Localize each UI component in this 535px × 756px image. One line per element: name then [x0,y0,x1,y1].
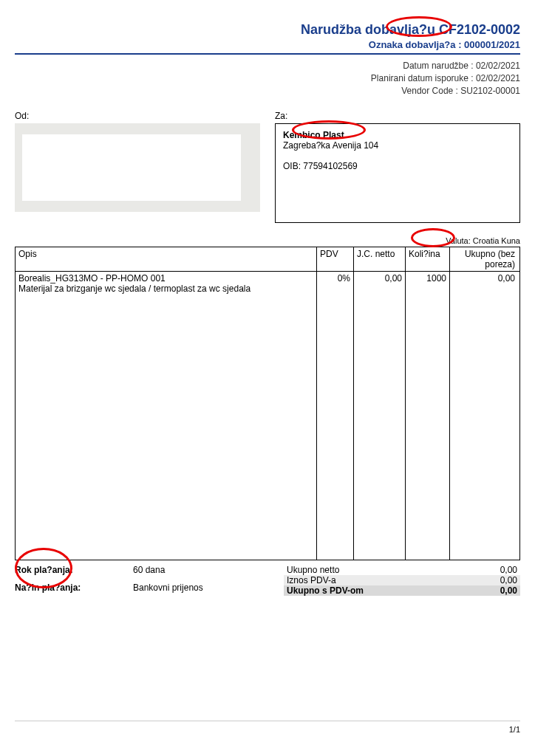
to-party: Za: Kembico Plast Zagreba?ka Avenija 104… [275,111,520,223]
footer-rule [15,721,520,721]
total-vat-value: 0,00 [500,575,517,585]
to-name: Kembico Plast [283,130,512,140]
item-description: Borealis_HG313MO - PP-HOMO 001 Materijal… [16,272,316,560]
page-number: 1/1 [15,725,520,734]
from-box [15,123,260,212]
payment-deadline-value: 60 dana [133,565,165,575]
th-quantity: Koli?ina [405,247,449,271]
from-party: Od: [15,111,260,223]
page-footer: 1/1 [15,721,520,734]
total-gross-value: 0,00 [500,585,517,596]
total-gross-label: Ukupno s PDV-om [287,585,364,596]
from-redacted [22,134,241,201]
order-date: Datum narudžbe : 02/02/2021 [15,61,520,71]
payment-terms: Rok pla?anja: 60 dana Na?in pla?anja: Ba… [15,565,284,600]
header-rule [15,53,520,55]
th-vat: PDV [316,247,353,271]
total-gross-row: Ukupno s PDV-om 0,00 [284,585,520,596]
item-total: 0,00 [449,272,519,560]
bottom-row: Rok pla?anja: 60 dana Na?in pla?anja: Ba… [15,565,520,600]
item-vat: 0% [316,272,353,560]
item-line1: Borealis_HG313MO - PP-HOMO 001 [18,273,313,284]
totals-block: Ukupno netto 0,00 Iznos PDV-a 0,00 Ukupn… [284,565,520,600]
from-label: Od: [15,111,260,121]
th-description: Opis [16,247,316,271]
item-quantity: 1000 [405,272,449,560]
total-net-label: Ukupno netto [287,565,339,575]
payment-method-label: Na?in pla?anja: [15,583,133,593]
parties-row: Od: Za: Kembico Plast Zagreba?ka Avenija… [15,111,520,223]
vendor-code: Vendor Code : SU2102-00001 [15,86,520,96]
total-vat-label: Iznos PDV-a [287,575,336,585]
th-total: Ukupno (bez poreza) [449,247,519,271]
payment-deadline-label: Rok pla?anja: [15,565,133,575]
th-unit-price: J.C. netto [353,247,405,271]
to-label: Za: [275,111,520,121]
table-body: Borealis_HG313MO - PP-HOMO 001 Materijal… [16,272,519,560]
total-net-value: 0,00 [500,565,517,575]
vendor-ref: Oznaka dobavlja?a : 000001/2021 [15,39,520,50]
item-unit-price: 0,00 [353,272,405,560]
item-line2: Materijal za brizganje wc sjedala / term… [18,284,313,294]
planned-delivery: Planirani datum isporuke : 02/02/2021 [15,73,520,83]
total-vat-row: Iznos PDV-a 0,00 [284,575,520,585]
to-box: Kembico Plast Zagreba?ka Avenija 104 OIB… [275,123,520,223]
to-oib: OIB: 77594102569 [283,161,512,171]
document-header: Narudžba dobavlja?u CF2102-0002 Oznaka d… [15,22,520,96]
to-address: Zagreba?ka Avenija 104 [283,140,512,151]
payment-method-value: Bankovni prijenos [133,583,203,593]
order-title: Narudžba dobavlja?u CF2102-0002 [15,22,520,38]
table-header: Opis PDV J.C. netto Koli?ina Ukupno (bez… [16,247,519,272]
currency-label: Valuta: Croatia Kuna [15,236,520,245]
items-table: Opis PDV J.C. netto Koli?ina Ukupno (bez… [15,247,520,560]
total-net-row: Ukupno netto 0,00 [284,565,520,575]
